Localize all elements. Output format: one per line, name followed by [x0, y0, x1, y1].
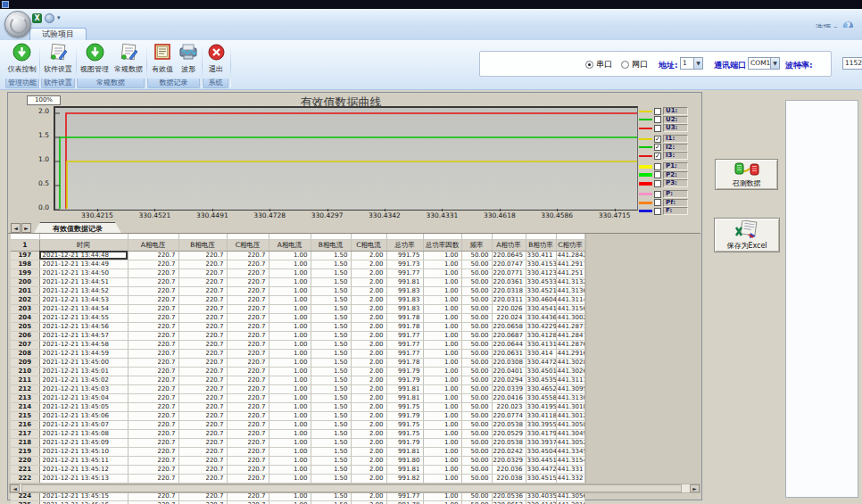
table-cell[interactable]: 50.00	[461, 429, 492, 438]
table-cell[interactable]: 220.7	[128, 376, 178, 384]
table-cell[interactable]: 1.50	[311, 438, 351, 447]
table-cell[interactable]: 220.7	[128, 295, 178, 304]
table-cell[interactable]: 441.2871	[556, 322, 584, 331]
table-cell[interactable]: 220.7	[128, 313, 178, 322]
table-cell[interactable]: 2021-12-21 13:45:04	[39, 393, 128, 402]
table-cell[interactable]: 220.7	[128, 322, 178, 331]
table-cell[interactable]: 220.7	[178, 393, 227, 402]
table-cell[interactable]: 1.50	[311, 393, 351, 402]
table-cell[interactable]: 220.7	[178, 500, 227, 504]
table-cell[interactable]: 441.3095	[556, 384, 584, 393]
table-cell[interactable]: 220.7	[178, 286, 227, 295]
address-select[interactable]: 1 ▼	[680, 57, 703, 70]
table-cell[interactable]: 50.00	[461, 456, 492, 465]
table-cell[interactable]: 2.00	[351, 295, 386, 304]
table-cell[interactable]: 991.83	[386, 304, 423, 313]
table-cell[interactable]: 220.7	[178, 402, 227, 411]
table-cell[interactable]: 2.00	[351, 500, 386, 504]
table-cell[interactable]: 1.00	[423, 447, 461, 456]
table-cell[interactable]: 2021-12-21 13:45:08	[39, 429, 128, 438]
table-cell[interactable]: 330.4153	[526, 260, 556, 269]
table-cell[interactable]: 441.3002	[556, 313, 584, 322]
table-cell[interactable]: 220.024	[492, 313, 526, 322]
table-cell[interactable]: 441.3012	[556, 411, 584, 420]
radio-network-port[interactable]: 网口	[621, 59, 648, 70]
quick-access-dropdown-icon[interactable]: ▾	[57, 14, 61, 21]
table-cell[interactable]: 220.7	[227, 304, 269, 313]
table-cell[interactable]: 220.0339	[492, 384, 526, 393]
table-cell[interactable]: 991.73	[386, 260, 423, 269]
table-cell[interactable]: 991.81	[386, 447, 423, 456]
table-cell[interactable]: 991.78	[386, 500, 423, 504]
table-cell[interactable]: 50.00	[461, 295, 492, 304]
row-number[interactable]: 203	[11, 304, 39, 313]
table-cell[interactable]: 991.77	[386, 349, 423, 358]
table-cell[interactable]: 2021-12-21 13:45:11	[39, 456, 128, 465]
table-cell[interactable]: 220.7	[227, 500, 269, 504]
table-cell[interactable]: 220.7	[178, 429, 227, 438]
legend-checkbox[interactable]	[654, 125, 661, 132]
table-cell[interactable]: 1.00	[269, 277, 311, 286]
table-cell[interactable]: 330.4501	[526, 367, 556, 376]
table-cell[interactable]: 1.00	[269, 447, 311, 456]
table-cell[interactable]: 2.00	[351, 411, 386, 420]
table-cell[interactable]: 1.00	[269, 500, 311, 504]
table-cell[interactable]: 220.7	[178, 474, 227, 483]
table-cell[interactable]: 330.4195	[526, 402, 556, 411]
regular-data-button[interactable]: 常规数据	[112, 42, 145, 74]
table-cell[interactable]: 991.77	[386, 269, 423, 277]
table-cell[interactable]: 220.7	[227, 402, 269, 411]
row-number[interactable]: 211	[11, 376, 39, 384]
table-cell[interactable]: 330.4128	[526, 331, 556, 340]
table-cell[interactable]: 991.81	[386, 277, 423, 286]
table-cell[interactable]: 1.00	[269, 260, 311, 269]
scroll-left-icon[interactable]: ◄	[11, 223, 21, 233]
table-cell[interactable]: 220.023	[492, 402, 526, 411]
table-cell[interactable]: 330.4604	[526, 295, 556, 304]
table-cell[interactable]: 1.00	[269, 429, 311, 438]
table-cell[interactable]: 220.0401	[492, 367, 526, 376]
table-cell[interactable]: 2021-12-21 13:44:57	[39, 331, 128, 340]
table-cell[interactable]: 220.7	[128, 465, 178, 474]
radio-serial-port[interactable]: 串口	[585, 59, 612, 70]
table-cell[interactable]: 441.2842	[556, 251, 584, 260]
table-cell[interactable]: 2021-12-21 13:45:09	[39, 438, 128, 447]
table-cell[interactable]: 441.3026	[556, 367, 584, 376]
tab-test-project[interactable]: 试验项目	[29, 28, 87, 40]
row-number[interactable]: 206	[11, 331, 39, 340]
table-cell[interactable]: 2021-12-21 13:44:56	[39, 322, 128, 331]
table-cell[interactable]: 1.00	[269, 474, 311, 483]
row-number[interactable]: 204	[11, 313, 39, 322]
table-cell[interactable]: 991.75	[386, 420, 423, 429]
table-cell[interactable]: 1.00	[423, 277, 461, 286]
table-cell[interactable]: 441.3016	[556, 500, 584, 504]
table-cell[interactable]: 220.7	[128, 358, 178, 367]
table-cell[interactable]: 50.00	[461, 402, 492, 411]
table-cell[interactable]: 991.78	[386, 322, 423, 331]
table-cell[interactable]: 220.7	[227, 465, 269, 474]
table-cell[interactable]: 2021-12-21 13:45:00	[39, 358, 128, 367]
table-cell[interactable]: 1.50	[311, 358, 351, 367]
quick-tool-icon[interactable]	[45, 13, 54, 23]
table-cell[interactable]: 220.7	[227, 420, 269, 429]
table-cell[interactable]: 220.7	[227, 376, 269, 384]
table-cell[interactable]: 2021-12-21 13:45:07	[39, 420, 128, 429]
table-cell[interactable]: 50.00	[461, 420, 492, 429]
application-menu-button[interactable]	[4, 11, 31, 37]
table-cell[interactable]: 50.00	[461, 269, 492, 277]
table-cell[interactable]: 991.79	[386, 438, 423, 447]
table-cell[interactable]: 1.50	[311, 286, 351, 295]
view-management-button[interactable]: 视图管理	[79, 42, 111, 74]
table-cell[interactable]: 1.00	[269, 420, 311, 429]
table-cell[interactable]: 220.0774	[492, 411, 526, 420]
row-number[interactable]: 202	[11, 295, 39, 304]
table-cell[interactable]: 1.00	[423, 456, 461, 465]
waveform-button[interactable]: 波形	[177, 42, 200, 74]
table-cell[interactable]: 220.7	[227, 474, 269, 483]
table-cell[interactable]: 220.038	[492, 474, 526, 483]
table-cell[interactable]: 1.50	[311, 384, 351, 393]
table-cell[interactable]: 2.00	[351, 456, 386, 465]
table-cell[interactable]: 2021-12-21 13:44:52	[39, 286, 128, 295]
table-cell[interactable]: 220.7	[128, 277, 178, 286]
table-cell[interactable]: 441.3136	[556, 286, 584, 295]
